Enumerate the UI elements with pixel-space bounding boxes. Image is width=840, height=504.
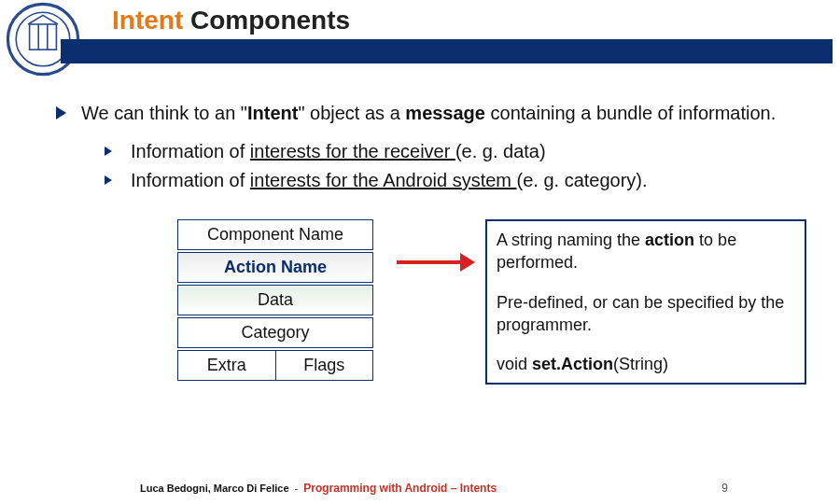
bullet-sub-1: Information of interests for the receive…	[105, 139, 812, 164]
bullet-sub-1-text: Information of interests for the receive…	[131, 139, 546, 164]
slide-content: We can think to an "Intent" object as a …	[0, 63, 840, 385]
arrow-area	[373, 219, 485, 264]
box-component-name: Component Name	[177, 219, 373, 250]
component-boxes: Component Name Action Name Data Category…	[177, 219, 373, 381]
desc-line-2: Pre-defined, or can be specified by the …	[497, 291, 795, 337]
box-extra: Extra	[177, 350, 275, 381]
footer: Luca Bedogni, Marco Di Felice - Programm…	[0, 482, 840, 495]
title-strong: Intent	[112, 6, 183, 35]
box-data: Data	[177, 285, 373, 315]
arrow-right-icon	[397, 260, 462, 264]
footer-separator: -	[295, 483, 299, 494]
page-number: 9	[721, 482, 728, 495]
title-underline-bar	[61, 39, 833, 63]
desc-line-1: A string naming the action to be perform…	[497, 229, 795, 274]
diagram-row: Component Name Action Name Data Category…	[56, 219, 812, 385]
box-flags: Flags	[275, 350, 374, 381]
desc-line-3: void set.Action(String)	[497, 353, 795, 375]
header: Intent Components	[0, 0, 840, 63]
bullet-sub-2-text: Information of interests for the Android…	[131, 168, 648, 193]
footer-authors: Luca Bedogni, Marco Di Felice	[140, 483, 289, 494]
box-category: Category	[177, 317, 373, 348]
bullet-main-text: We can think to an "Intent" object as a …	[81, 101, 776, 126]
bullet-main: We can think to an "Intent" object as a …	[56, 101, 812, 126]
chevron-right-icon	[56, 106, 66, 119]
chevron-right-icon	[105, 175, 112, 185]
chevron-right-icon	[105, 147, 112, 156]
footer-course: Programming with Android – Intents	[303, 482, 497, 495]
title-rest: Components	[183, 6, 350, 35]
slide-title: Intent Components	[112, 6, 350, 35]
bullet-sub-2: Information of interests for the Android…	[105, 168, 812, 193]
description-box: A string naming the action to be perform…	[485, 219, 806, 385]
box-action-name: Action Name	[177, 252, 373, 283]
box-extra-flags-row: Extra Flags	[177, 350, 373, 381]
